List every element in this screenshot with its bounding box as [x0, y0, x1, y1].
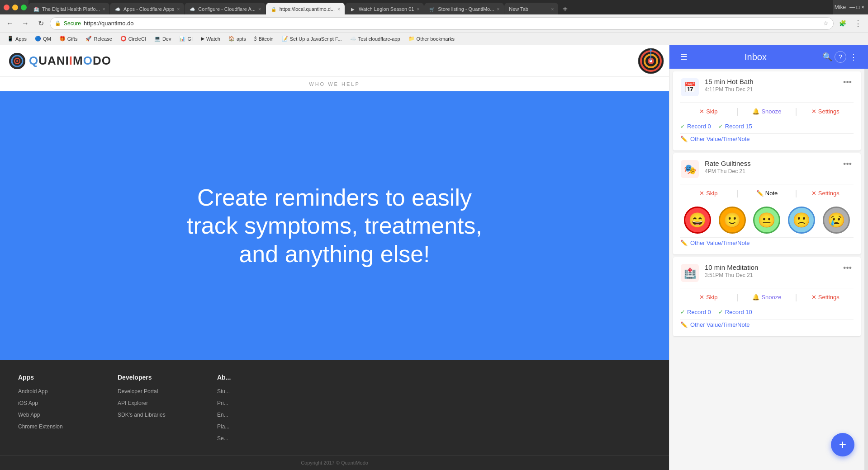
- bookmark-bitcoin[interactable]: ₿ Bitcoin: [251, 35, 277, 42]
- reminder-guiltiness-note-button[interactable]: ✏️ Note: [739, 188, 795, 198]
- tab-7-close[interactable]: ×: [551, 7, 554, 12]
- bookmark-qm[interactable]: 🔵 QM: [31, 35, 55, 42]
- bookmark-dev[interactable]: 💻 Dev: [151, 35, 175, 42]
- reminder-hotbath-other-button[interactable]: ✏️ Other Value/Time/Note: [680, 133, 854, 144]
- reminder-meditation-record0-label: Record 0: [687, 309, 711, 315]
- reminder-guiltiness-more-button[interactable]: •••: [841, 160, 854, 169]
- bookmark-watch-label: Watch: [206, 36, 220, 42]
- footer-link-other-5[interactable]: Se...: [217, 435, 299, 442]
- emotion-happy-button[interactable]: 🙂: [719, 207, 746, 234]
- tab-2-close[interactable]: ×: [177, 7, 180, 12]
- tab-1-title: The Digital Health Platfo...: [42, 6, 100, 12]
- menu-button[interactable]: ⋮: [852, 17, 864, 30]
- tab-6[interactable]: 🛒 Store listing - QuantiMo... ×: [424, 3, 504, 15]
- bookmark-apts[interactable]: 🏠 apts: [225, 35, 250, 42]
- emotion-very-sad-button[interactable]: 😢: [823, 207, 850, 234]
- footer-link-other-2[interactable]: Pri...: [217, 400, 299, 406]
- footer-link-other-1[interactable]: Stu...: [217, 388, 299, 395]
- reminder-hotbath-more-button[interactable]: •••: [841, 78, 854, 87]
- bookmark-release[interactable]: 🚀 Release: [82, 35, 115, 42]
- footer-link-sdk[interactable]: SDK's and Libraries: [118, 412, 199, 418]
- reminder-meditation-other-button[interactable]: ✏️ Other Value/Time/Note: [680, 319, 854, 330]
- emotion-sad-button[interactable]: 🙁: [788, 207, 815, 234]
- footer-column-dev: Developers Developer Portal API Explorer…: [118, 374, 199, 442]
- tab-6-close[interactable]: ×: [497, 7, 499, 12]
- reminder-meditation-records: ✓ Record 0 ✓ Record 10: [680, 307, 854, 319]
- tab-5-close[interactable]: ×: [417, 7, 419, 12]
- reminder-hotbath-skip-button[interactable]: ✕ Skip: [680, 106, 737, 117]
- bookmark-js-icon: 📝: [282, 36, 288, 42]
- bookmark-apps[interactable]: 📱 Apps: [4, 35, 30, 42]
- bookmark-circleci[interactable]: ⭕ CircleCI: [117, 35, 150, 42]
- footer-link-web[interactable]: Web App: [18, 412, 100, 418]
- browser-toolbar: ← → ↻ 🔒 Secure https://quantimo.do ☆ 🧩 ⋮: [0, 14, 868, 33]
- inbox-help-button[interactable]: ?: [835, 51, 846, 63]
- bookmark-watch[interactable]: ▶ Watch: [197, 35, 224, 42]
- inbox-search-button[interactable]: 🔍: [820, 50, 835, 64]
- bookmark-gifts-icon: 🎁: [59, 36, 66, 42]
- reminder-meditation-skip-button[interactable]: ✕ Skip: [680, 292, 737, 302]
- reminder-hotbath-record0-button[interactable]: ✓ Record 0: [680, 123, 711, 130]
- reminder-meditation-settings-button[interactable]: ✕ Settings: [797, 292, 854, 302]
- reload-button[interactable]: ↻: [34, 17, 47, 30]
- footer-link-other-4[interactable]: Pla...: [217, 423, 299, 430]
- tab-4-close[interactable]: ×: [337, 7, 340, 12]
- bookmark-cloudflare[interactable]: ☁️ Test cloudflare-app: [346, 35, 404, 42]
- inbox-more-button[interactable]: ⋮: [846, 50, 861, 64]
- extensions-button[interactable]: 🧩: [836, 17, 849, 30]
- window-maximize-btn[interactable]: [21, 5, 27, 10]
- inbox-scrollbar[interactable]: [864, 69, 868, 470]
- bookmark-cloudflare-icon: ☁️: [350, 36, 356, 42]
- reminder-hotbath-other-label: Other Value/Time/Note: [690, 136, 750, 142]
- bookmark-apts-label: apts: [237, 36, 246, 42]
- reminder-guiltiness-skip-button[interactable]: ✕ Skip: [680, 188, 737, 198]
- tab-2-favicon: ☁️: [114, 6, 121, 12]
- emotion-very-happy-button[interactable]: 😄: [684, 207, 711, 234]
- reminder-meditation-record0-button[interactable]: ✓ Record 0: [680, 309, 711, 315]
- reminder-hotbath-snooze-button[interactable]: 🔔 Snooze: [739, 106, 795, 117]
- new-tab-button[interactable]: +: [559, 3, 571, 15]
- reminder-hotbath-record15-button[interactable]: ✓ Record 15: [718, 123, 752, 130]
- tab-3[interactable]: ☁️ Configure - Cloudflare A... ×: [185, 3, 266, 15]
- forward-button[interactable]: →: [19, 17, 32, 30]
- footer-link-api[interactable]: API Explorer: [118, 400, 199, 406]
- inbox-panel-inner: 📅 15 min Hot Bath 4:11PM Thu Dec 21 •••: [669, 69, 868, 470]
- tab-7[interactable]: New Tab ×: [504, 3, 559, 15]
- footer-link-ios[interactable]: iOS App: [18, 400, 100, 406]
- reminder-meditation-title: 10 min Meditation: [705, 263, 836, 271]
- reminder-guiltiness-other-button[interactable]: ✏️ Other Value/Time/Note: [680, 237, 854, 248]
- back-button[interactable]: ←: [4, 17, 16, 30]
- tab-5[interactable]: ▶ Watch Legion Season 01 ×: [345, 3, 424, 15]
- bookmark-other-icon: 📁: [408, 36, 415, 42]
- reminder-guiltiness-settings-button[interactable]: ✕ Settings: [797, 188, 854, 198]
- fab-add-button[interactable]: +: [831, 433, 854, 456]
- footer-link-android[interactable]: Android App: [18, 388, 100, 395]
- bookmark-gifts[interactable]: 🎁 Gifts: [56, 35, 81, 42]
- tab-1-close[interactable]: ×: [103, 7, 105, 12]
- tab-5-favicon: ▶: [350, 6, 356, 12]
- window-controls: [4, 5, 27, 10]
- bookmark-js[interactable]: 📝 Set Up a JavaScript F...: [278, 35, 346, 42]
- meditation-record0-check-icon: ✓: [680, 309, 685, 315]
- tab-1[interactable]: 🏥 The Digital Health Platfo... ×: [28, 3, 110, 15]
- emotion-neutral-button[interactable]: 😐: [753, 207, 780, 234]
- reminder-meditation-more-button[interactable]: •••: [841, 263, 854, 273]
- footer-dev-title: Developers: [118, 374, 199, 381]
- inbox-menu-button[interactable]: ☰: [677, 50, 691, 64]
- reminder-meditation-record10-button[interactable]: ✓ Record 10: [718, 309, 752, 315]
- footer-link-devportal[interactable]: Developer Portal: [118, 388, 199, 395]
- bookmark-gi[interactable]: 📊 GI: [175, 35, 196, 42]
- bookmark-other[interactable]: 📁 Other bookmarks: [405, 35, 458, 42]
- address-bar[interactable]: 🔒 Secure https://quantimo.do ☆: [50, 17, 834, 30]
- bookmark-star-icon[interactable]: ☆: [823, 20, 829, 27]
- footer-link-other-3[interactable]: En...: [217, 412, 299, 418]
- tab-2[interactable]: ☁️ Apps - Cloudflare Apps ×: [110, 3, 185, 15]
- tab-3-close[interactable]: ×: [258, 7, 261, 12]
- footer-link-chrome[interactable]: Chrome Extension: [18, 423, 100, 430]
- inbox-scroll-area[interactable]: 📅 15 min Hot Bath 4:11PM Thu Dec 21 •••: [669, 69, 864, 470]
- reminder-meditation-snooze-button[interactable]: 🔔 Snooze: [739, 292, 795, 302]
- window-close-btn[interactable]: [4, 5, 9, 10]
- window-minimize-btn[interactable]: [12, 5, 18, 10]
- tab-4-active[interactable]: 🔒 https://local.quantimo.d... ×: [266, 3, 345, 15]
- reminder-hotbath-settings-button[interactable]: ✕ Settings: [797, 106, 854, 117]
